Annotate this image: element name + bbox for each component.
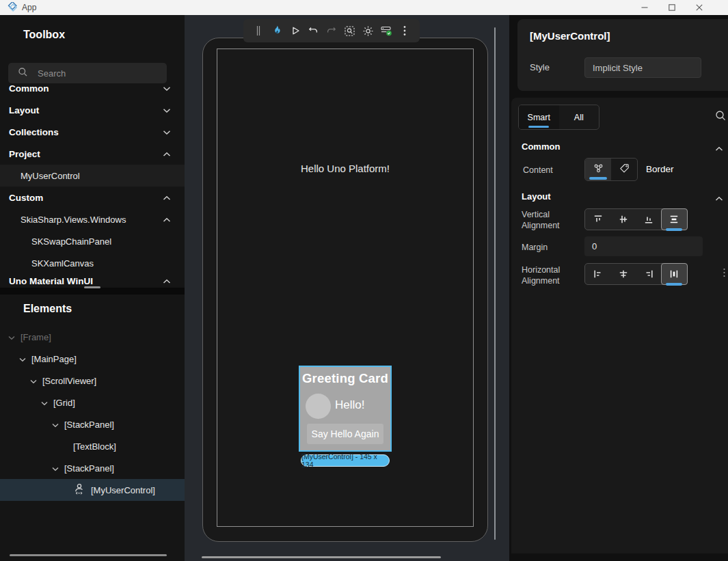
- valign-top-button[interactable]: [585, 209, 610, 230]
- undo-button[interactable]: [305, 23, 321, 39]
- redo-button[interactable]: [323, 23, 340, 39]
- canvas-textblock[interactable]: Hello Uno Platform!: [217, 163, 474, 174]
- horizontal-alignment-toggle: [584, 263, 688, 285]
- halign-right-button[interactable]: [636, 264, 662, 284]
- content-literal-mode-button[interactable]: [611, 159, 637, 180]
- tree-item-myusercontrol[interactable]: [MyUserControl]: [0, 479, 185, 501]
- chevron-down-icon[interactable]: [52, 463, 59, 474]
- tree-item-mainpage[interactable]: [MainPage]: [0, 348, 185, 370]
- chevron-up-icon: [163, 148, 171, 160]
- left-panel-hscrollbar[interactable]: [10, 554, 167, 556]
- row-more-options-icon[interactable]: [723, 268, 726, 280]
- theme-toggle-button[interactable]: [360, 23, 377, 39]
- valign-stretch-button[interactable]: [661, 208, 688, 230]
- valign-center-button[interactable]: [610, 209, 636, 230]
- section-layout: Layout: [522, 191, 551, 202]
- toolbox-section-project[interactable]: Project: [0, 143, 185, 165]
- toolbox-item-skswapchainpanel[interactable]: SKSwapChainPanel: [0, 230, 185, 252]
- titlebar: App: [0, 0, 728, 15]
- content-label: Content: [523, 165, 553, 176]
- active-toggle-indicator: [666, 228, 682, 231]
- selected-control-title: [MyUserControl]: [530, 30, 610, 42]
- chevron-up-icon[interactable]: [715, 142, 723, 154]
- margin-label: Margin: [522, 242, 548, 253]
- panel-drag-handle[interactable]: [84, 286, 100, 288]
- app-logo-icon: [7, 2, 18, 16]
- tag-icon: [619, 163, 630, 177]
- left-panel: Toolbox Common Layout Collections Projec…: [0, 15, 185, 561]
- connection-status-button[interactable]: [378, 23, 394, 39]
- vertical-alignment-label: Vertical Alignment: [522, 209, 578, 231]
- toolbox-section-skiasharp[interactable]: SkiaSharp.Views.Windows: [0, 208, 185, 230]
- more-options-button[interactable]: [396, 23, 413, 39]
- halign-center-button[interactable]: [610, 264, 636, 284]
- chevron-down-icon: [163, 82, 171, 94]
- content-mode-toggle: [584, 158, 638, 181]
- toolbox-section-custom[interactable]: Custom: [0, 187, 185, 208]
- toolbox-item-skxamlcanvas[interactable]: SKXamlCanvas: [0, 252, 185, 274]
- style-input[interactable]: Implicit Style: [584, 57, 701, 78]
- tree-item-frame[interactable]: [Frame]: [0, 326, 185, 348]
- chevron-up-icon: [163, 191, 171, 204]
- hot-design-flame-icon[interactable]: [269, 23, 285, 39]
- say-hello-again-button[interactable]: Say Hello Again: [307, 424, 383, 444]
- usercontrol-icon: [72, 483, 86, 497]
- chevron-down-icon[interactable]: [8, 332, 15, 342]
- greeting-card-text: Hello!: [335, 398, 364, 412]
- tree-item-grid[interactable]: [Grid]: [0, 392, 185, 413]
- toolbox-section-layout[interactable]: Layout: [0, 99, 185, 121]
- tab-smart[interactable]: Smart: [519, 105, 559, 129]
- design-toolbar: [243, 19, 420, 42]
- app-window: App Toolbox Common Layout Collections Pr…: [0, 0, 728, 561]
- active-toggle-indicator: [666, 283, 682, 286]
- horizontal-alignment-label: Horizontal Alignment: [522, 264, 578, 286]
- minimize-button[interactable]: [631, 0, 658, 15]
- chevron-down-icon[interactable]: [19, 354, 26, 364]
- active-toggle-indicator: [589, 177, 607, 180]
- tab-all[interactable]: All: [559, 105, 599, 129]
- halign-left-button[interactable]: [585, 264, 610, 284]
- chevron-down-icon[interactable]: [52, 420, 59, 430]
- panel-divider[interactable]: [0, 288, 185, 295]
- hierarchy-icon: [593, 163, 604, 177]
- vertical-alignment-toggle: [584, 208, 688, 230]
- chevron-up-icon: [163, 275, 171, 287]
- section-common: Common: [522, 141, 560, 152]
- properties-tabs: Smart All: [518, 105, 599, 130]
- greeting-card-title: Greeting Card: [299, 371, 392, 386]
- play-button[interactable]: [287, 23, 304, 39]
- chevron-down-icon[interactable]: [30, 376, 37, 386]
- tree-item-stackpanel-2[interactable]: [StackPanel]: [0, 457, 185, 479]
- greeting-card-avatar: [306, 394, 331, 419]
- selection-size-badge: [MyUserControl] - 145 x 134: [301, 454, 390, 467]
- halign-stretch-button[interactable]: [661, 263, 688, 285]
- margin-input[interactable]: 0: [584, 236, 703, 256]
- active-tab-indicator: [528, 126, 549, 128]
- toolbox-section-common[interactable]: Common: [0, 77, 185, 99]
- toolbox-section-unomaterial[interactable]: Uno Material WinUI: [0, 274, 185, 288]
- chevron-down-icon[interactable]: [41, 398, 48, 408]
- chevron-down-icon: [163, 104, 171, 116]
- style-label: Style: [530, 62, 550, 72]
- valign-bottom-button[interactable]: [636, 209, 662, 230]
- maximize-button[interactable]: [658, 0, 686, 15]
- content-element-mode-button[interactable]: [585, 159, 611, 180]
- toolbar-drag-handle[interactable]: [250, 23, 267, 39]
- properties-search-icon[interactable]: [715, 110, 727, 124]
- canvas-vscrollbar[interactable]: [494, 27, 496, 540]
- window-title: App: [22, 3, 36, 12]
- close-button[interactable]: [686, 0, 713, 15]
- elements-title: Elements: [23, 303, 72, 315]
- toolbox-section-collections[interactable]: Collections: [0, 121, 185, 143]
- chevron-up-icon[interactable]: [715, 192, 723, 204]
- chevron-up-icon: [163, 213, 171, 225]
- tree-item-scrollviewer[interactable]: [ScrollViewer]: [0, 370, 185, 392]
- chevron-down-icon: [163, 126, 171, 138]
- toolbox-item-myusercontrol[interactable]: MyUserControl: [0, 165, 185, 187]
- element-inspect-button[interactable]: [342, 23, 358, 39]
- canvas-hscrollbar[interactable]: [202, 556, 441, 558]
- content-value[interactable]: Border: [646, 164, 674, 174]
- toolbox-title: Toolbox: [23, 29, 65, 41]
- tree-item-textblock[interactable]: [TextBlock]: [0, 435, 185, 457]
- tree-item-stackpanel-1[interactable]: [StackPanel]: [0, 413, 185, 435]
